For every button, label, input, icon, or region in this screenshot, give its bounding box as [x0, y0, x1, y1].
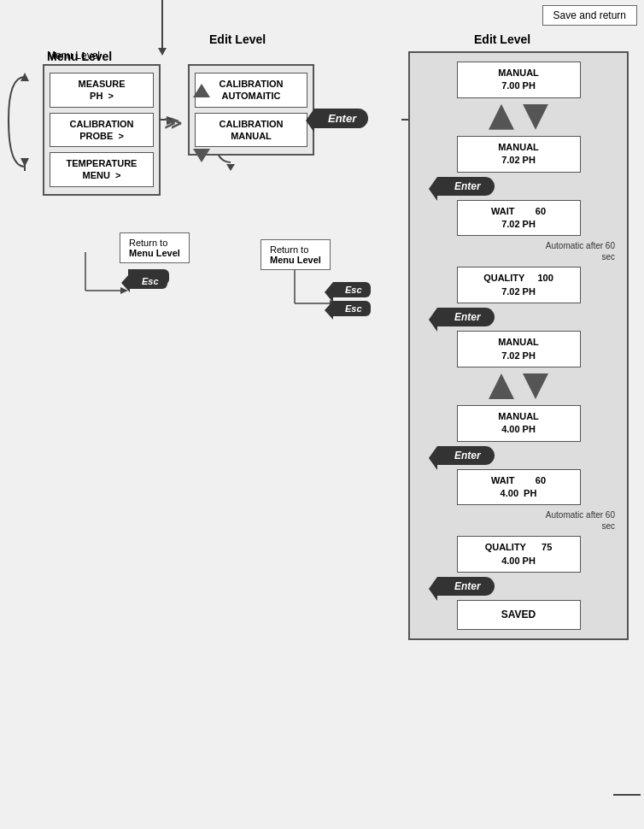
up-arrow-2[interactable] — [489, 373, 514, 399]
edit-level2-box: MANUAL7.00 PH MANUAL7.02 PH Enter WAIT 6… — [408, 51, 629, 640]
up-arrow-1[interactable] — [489, 104, 514, 130]
display-wait-60-702: WAIT 607.02 PH — [457, 200, 581, 237]
display-manual-700: MANUAL7.00 PH — [457, 62, 581, 98]
edit1-up-arrow[interactable] — [193, 84, 210, 97]
display-manual-400: MANUAL4.00 PH — [457, 405, 581, 442]
display-manual-702-2: MANUAL7.02 PH — [457, 331, 581, 367]
return-menu-box: Return toMenu Level — [120, 232, 190, 263]
esc-edit1-btn[interactable]: Esc — [333, 282, 371, 297]
svg-marker-1 — [158, 48, 167, 56]
edit-level2-title: Edit Level — [474, 32, 530, 46]
edit-item-calibration-auto[interactable]: CALIBRATIONAUTOMAITIC — [195, 73, 307, 108]
display-quality-100: QUALITY 1007.02 PH — [457, 267, 581, 303]
svg-marker-2 — [20, 73, 29, 81]
double-right-arrow: ≫ — [164, 113, 182, 133]
down-arrow-1[interactable] — [523, 104, 548, 130]
edit1-down-arrow[interactable] — [193, 149, 210, 162]
step-arrows-1[interactable] — [489, 104, 548, 130]
note-auto-60-1: Automatic after 60sec — [457, 240, 615, 262]
esc-button-menu[interactable]: Esc — [130, 273, 167, 289]
edit-level1-box: CALIBRATIONAUTOMAITIC CALIBRATIONMANUAL — [188, 64, 314, 156]
enter-btn-1[interactable]: Enter — [437, 177, 495, 196]
display-quality-75: QUALITY 754.00 PH — [457, 536, 581, 573]
step-arrows-2[interactable] — [489, 373, 548, 399]
enter-btn-3[interactable]: Enter — [437, 446, 495, 465]
save-return-button[interactable]: Save and return — [542, 5, 637, 26]
note-auto-60-2: Automatic after 60sec — [457, 509, 615, 532]
enter-btn-2[interactable]: Enter — [437, 308, 495, 326]
menu-item-measure[interactable]: MEASUREPH > — [50, 73, 154, 108]
menu-level-title-text: Menu Level — [47, 50, 112, 63]
svg-marker-10 — [226, 164, 235, 171]
display-wait-60-400: WAIT 604.00 PH — [457, 469, 581, 506]
menu-level-box: MEASUREPH > CALIBRATIONPROBE > TEMPERATU… — [43, 64, 161, 196]
display-saved: SAVED — [457, 600, 581, 630]
svg-marker-3 — [20, 158, 29, 167]
menu-item-calibration-probe[interactable]: CALIBRATIONPROBE > — [50, 113, 154, 148]
edit-item-calibration-manual[interactable]: CALIBRATIONMANUAL — [195, 113, 307, 148]
menu-item-temperature[interactable]: TEMPERATUREMENU > — [50, 152, 154, 187]
edit-level1-title: Edit Level — [209, 32, 266, 46]
enter-btn-4[interactable]: Enter — [437, 577, 495, 596]
enter-arrow-edit1-edit2[interactable]: Enter — [314, 109, 368, 128]
down-arrow-2[interactable] — [523, 373, 548, 399]
esc-button-edit1[interactable]: Esc — [333, 301, 371, 316]
display-manual-702: MANUAL7.02 PH — [457, 136, 581, 173]
return-edit1-box: Return toMenu Level — [261, 239, 331, 270]
